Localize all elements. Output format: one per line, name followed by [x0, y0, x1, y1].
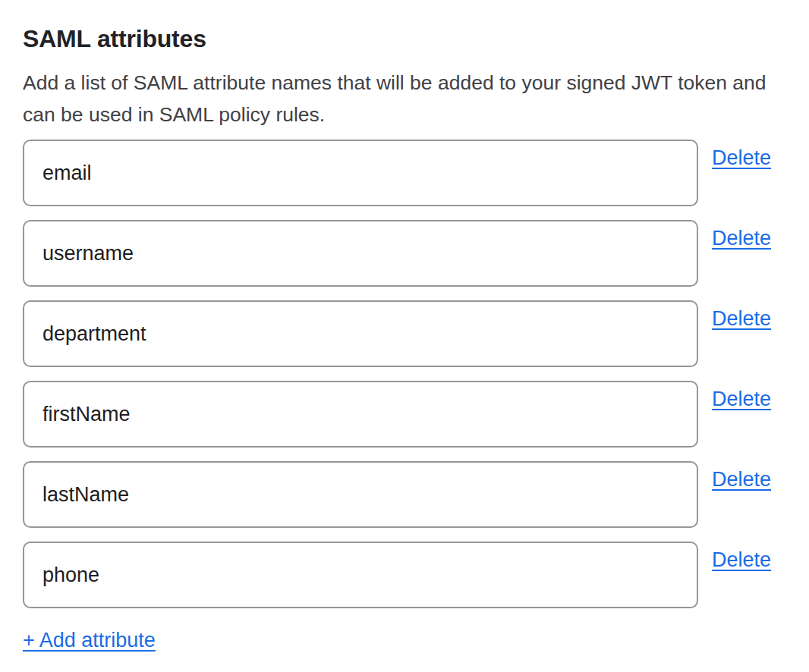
- attribute-row: Delete: [23, 381, 786, 447]
- attribute-input-email[interactable]: [23, 140, 698, 206]
- delete-attribute-link[interactable]: Delete: [712, 387, 771, 411]
- section-description: Add a list of SAML attribute names that …: [23, 67, 786, 130]
- attribute-row: Delete: [23, 140, 786, 206]
- attribute-input-lastname[interactable]: [23, 461, 698, 528]
- attribute-row: Delete: [23, 461, 786, 528]
- delete-attribute-link[interactable]: Delete: [712, 226, 771, 250]
- delete-attribute-link[interactable]: Delete: [712, 306, 771, 331]
- attribute-input-firstname[interactable]: [23, 381, 698, 447]
- page-title: SAML attributes: [23, 24, 786, 53]
- attribute-input-department[interactable]: [23, 300, 698, 367]
- delete-attribute-link[interactable]: Delete: [712, 548, 771, 572]
- attribute-input-username[interactable]: [23, 220, 698, 287]
- attribute-row: Delete: [23, 542, 786, 608]
- delete-attribute-link[interactable]: Delete: [712, 146, 771, 170]
- attribute-row: Delete: [23, 300, 786, 367]
- attribute-row: Delete: [23, 220, 786, 287]
- delete-attribute-link[interactable]: Delete: [712, 467, 771, 491]
- saml-attributes-section: SAML attributes Add a list of SAML attri…: [0, 0, 809, 652]
- attribute-input-phone[interactable]: [23, 542, 698, 608]
- add-attribute-link[interactable]: + Add attribute: [23, 628, 156, 652]
